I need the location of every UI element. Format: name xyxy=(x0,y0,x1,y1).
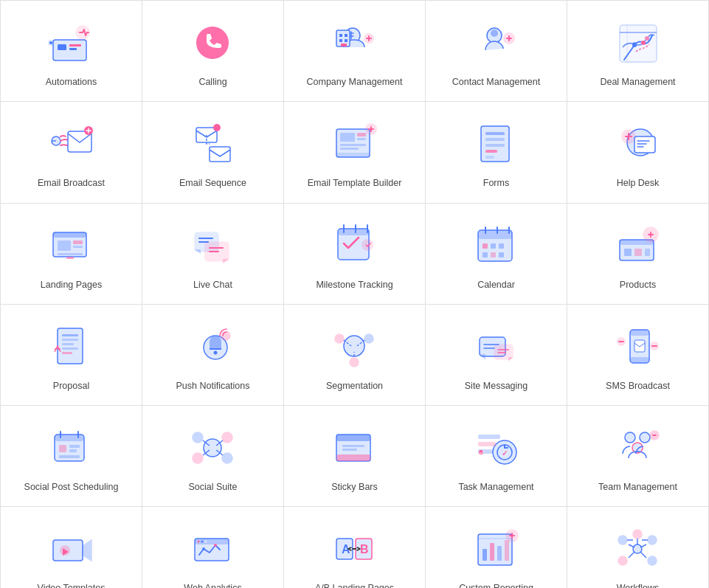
web-analytics-icon xyxy=(187,523,239,575)
team-management-icon xyxy=(612,422,664,474)
grid-item-site-messaging[interactable]: Site Messaging xyxy=(426,305,567,406)
sms-broadcast-label: SMS Broadcast xyxy=(606,380,670,392)
svg-rect-2 xyxy=(69,44,81,46)
grid-item-automations[interactable]: Automations xyxy=(1,1,142,102)
grid-item-calling[interactable]: Calling xyxy=(142,1,284,102)
grid-item-sticky-bars[interactable]: Sticky Bars xyxy=(284,406,426,507)
svg-rect-52 xyxy=(58,241,71,251)
svg-point-105 xyxy=(222,432,232,443)
svg-rect-110 xyxy=(336,454,370,461)
svg-rect-139 xyxy=(490,543,494,561)
svg-point-120 xyxy=(625,432,635,443)
grid-item-email-template-builder[interactable]: Email Template Builder xyxy=(284,102,426,203)
grid-item-proposal[interactable]: Proposal xyxy=(1,305,142,406)
grid-item-social-post-scheduling[interactable]: Social Post Scheduling xyxy=(1,406,142,507)
svg-rect-79 xyxy=(62,343,74,345)
svg-rect-127 xyxy=(195,539,229,544)
grid-item-sms-broadcast[interactable]: SMS Broadcast xyxy=(567,305,709,406)
svg-rect-51 xyxy=(53,232,86,238)
svg-rect-35 xyxy=(340,133,355,142)
company-management-label: Company Management xyxy=(307,76,403,88)
email-template-builder-label: Email Template Builder xyxy=(308,177,402,189)
svg-point-25 xyxy=(632,43,637,47)
svg-text:B: B xyxy=(360,543,369,556)
site-messaging-icon xyxy=(471,321,522,373)
svg-rect-63 xyxy=(478,230,512,239)
grid-item-calendar[interactable]: Calendar xyxy=(426,204,567,305)
svg-rect-68 xyxy=(491,252,496,257)
social-post-scheduling-label: Social Post Scheduling xyxy=(24,481,119,493)
email-sequence-label: Email Sequence xyxy=(179,177,246,189)
grid-item-help-desk[interactable]: Help Desk xyxy=(567,102,709,203)
svg-rect-92 xyxy=(630,330,649,336)
product-grid: Automations Calling Company Management C… xyxy=(0,0,709,588)
forms-icon xyxy=(471,118,522,170)
grid-item-ab-landing-pages[interactable]: A B A/B Landing Pages xyxy=(284,507,426,588)
grid-item-email-broadcast[interactable]: Email Broadcast xyxy=(1,102,142,203)
svg-rect-141 xyxy=(505,540,509,561)
grid-item-company-management[interactable]: Company Management xyxy=(284,1,426,102)
grid-item-forms[interactable]: Forms xyxy=(426,102,567,203)
svg-rect-111 xyxy=(342,445,364,447)
grid-item-landing-pages[interactable]: Landing Pages xyxy=(1,204,142,305)
email-broadcast-icon xyxy=(46,118,97,170)
products-icon xyxy=(612,220,664,271)
svg-point-144 xyxy=(633,530,642,539)
grid-item-products[interactable]: Products xyxy=(567,204,709,305)
svg-rect-140 xyxy=(497,546,502,561)
segmentation-label: Segmentation xyxy=(326,380,383,392)
svg-rect-74 xyxy=(634,249,642,256)
svg-rect-36 xyxy=(357,133,366,136)
grid-item-milestone-tracking[interactable]: Milestone Tracking xyxy=(284,204,426,305)
grid-item-email-sequence[interactable]: Email Sequence xyxy=(142,102,284,203)
svg-point-131 xyxy=(202,547,205,550)
svg-rect-78 xyxy=(62,339,78,341)
calendar-label: Calendar xyxy=(477,279,515,291)
landing-pages-label: Landing Pages xyxy=(41,279,102,291)
svg-rect-45 xyxy=(485,150,497,153)
grid-item-team-management[interactable]: Team Management xyxy=(567,406,709,507)
svg-point-9 xyxy=(196,27,229,59)
svg-rect-76 xyxy=(58,328,83,364)
contact-management-label: Contact Management xyxy=(452,76,541,88)
custom-reporting-icon xyxy=(471,523,522,575)
social-suite-label: Social Suite xyxy=(188,481,237,493)
svg-rect-75 xyxy=(645,249,650,256)
svg-rect-1 xyxy=(58,44,66,50)
grid-item-custom-reporting[interactable]: Custom Reporting xyxy=(426,507,567,588)
svg-rect-99 xyxy=(59,445,66,452)
svg-rect-0 xyxy=(53,40,86,60)
svg-rect-66 xyxy=(499,243,504,249)
svg-point-130 xyxy=(205,540,207,542)
svg-point-31 xyxy=(213,124,221,131)
grid-item-workflows[interactable]: Workflows xyxy=(567,507,709,588)
grid-item-social-suite[interactable]: Social Suite xyxy=(142,406,284,507)
svg-point-83 xyxy=(214,351,218,355)
grid-item-deal-management[interactable]: Deal Management xyxy=(567,1,709,102)
svg-rect-34 xyxy=(336,153,370,157)
svg-rect-17 xyxy=(345,39,347,42)
svg-rect-81 xyxy=(62,352,72,354)
svg-rect-100 xyxy=(69,445,80,448)
grid-item-web-analytics[interactable]: Web Analytics xyxy=(142,507,284,588)
grid-item-push-notifications[interactable]: Push Notifications xyxy=(142,305,284,406)
svg-rect-69 xyxy=(499,252,504,257)
svg-rect-53 xyxy=(73,241,83,244)
email-broadcast-label: Email Broadcast xyxy=(38,177,105,189)
grid-item-task-management[interactable]: ✓ Task Management xyxy=(426,406,567,507)
sms-broadcast-icon xyxy=(612,321,664,373)
push-notifications-label: Push Notifications xyxy=(176,380,249,392)
web-analytics-label: Web Analytics xyxy=(184,582,241,588)
svg-point-147 xyxy=(618,556,627,565)
svg-rect-37 xyxy=(357,138,366,140)
svg-rect-77 xyxy=(62,334,78,336)
grid-item-segmentation[interactable]: Segmentation xyxy=(284,305,426,406)
grid-item-contact-management[interactable]: Contact Management xyxy=(426,1,567,102)
grid-item-live-chat[interactable]: Live Chat xyxy=(142,204,284,305)
milestone-tracking-icon xyxy=(329,220,381,271)
live-chat-label: Live Chat xyxy=(193,279,232,291)
social-suite-icon xyxy=(187,422,239,474)
grid-item-video-templates[interactable]: Video Templates xyxy=(1,507,142,588)
svg-point-26 xyxy=(641,41,646,45)
proposal-label: Proposal xyxy=(53,380,89,392)
